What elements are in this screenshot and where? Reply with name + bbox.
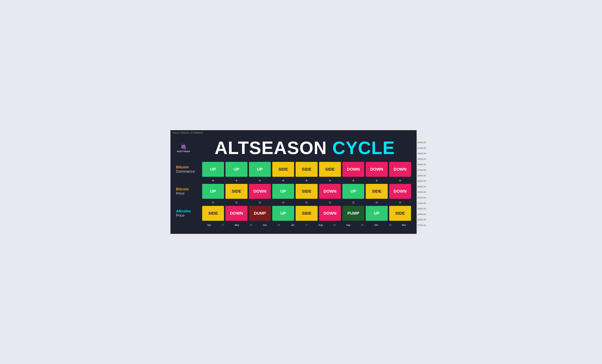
ap-label-sub: Price bbox=[176, 213, 198, 218]
bp-label-sub: Price bbox=[176, 191, 198, 196]
price-label: 29000.00 bbox=[417, 213, 426, 215]
cell-up: UP bbox=[272, 206, 294, 221]
x-axis-label: 15 bbox=[327, 224, 342, 226]
price-label: 33000.00 bbox=[417, 191, 426, 193]
operator-symbol: = bbox=[342, 200, 364, 205]
operator-symbol: + bbox=[272, 178, 294, 183]
operator-symbol: = bbox=[389, 200, 411, 205]
ap-label-main: Altcoins bbox=[176, 209, 198, 213]
operator-symbol: + bbox=[202, 178, 224, 183]
title-cycle: CYCLE bbox=[332, 138, 395, 158]
x-axis-label: 15 bbox=[244, 224, 258, 226]
x-axis-label: May bbox=[230, 224, 244, 226]
price-label: 38000.00 bbox=[417, 163, 426, 166]
cell-side: SIDE bbox=[296, 162, 317, 177]
bitcoin-price-row: Bitcoin Price UPSIDEDOWNUPSIDEDOWNUPSIDE… bbox=[176, 184, 411, 199]
x-axis-label: Nov bbox=[397, 224, 411, 226]
x-axis-label: Jun bbox=[258, 224, 272, 226]
cell-side: SIDE bbox=[389, 206, 411, 221]
operator-symbol: = bbox=[296, 200, 317, 205]
header-section: 🍇 VESTINDA ALTSEASON CYCLE bbox=[172, 136, 415, 162]
title-altseason: ALTSEASON bbox=[215, 138, 327, 158]
price-label: 30000.00 bbox=[417, 208, 426, 210]
bd-label-sub: Dominance bbox=[176, 169, 198, 174]
price-label: 37000.00 bbox=[417, 169, 426, 171]
bp-label-main: Bitcoin bbox=[176, 187, 198, 191]
ap-cells: SIDEDOWNDUMPUPSIDEDOWNPUMPUPSIDE bbox=[202, 206, 411, 221]
cell-up: UP bbox=[366, 206, 387, 221]
operator-symbol: = bbox=[319, 200, 341, 205]
grid-section: Bitcoin Dominance UPUPUPSIDESIDESIDEDOWN… bbox=[172, 162, 415, 221]
cell-side: SIDE bbox=[296, 206, 317, 221]
x-axis-label: Aug bbox=[313, 224, 327, 226]
price-label: 36000.00 bbox=[417, 174, 426, 177]
x-axis-label: Jul bbox=[286, 224, 300, 226]
cell-side: SIDE bbox=[319, 162, 341, 177]
price-label: 27000.00 bbox=[417, 224, 426, 226]
operator-symbol: + bbox=[226, 178, 247, 183]
logo-icon: 🍇 bbox=[180, 143, 187, 150]
price-label: 41000.00 bbox=[417, 147, 426, 149]
price-label: 34000.00 bbox=[417, 186, 426, 188]
operator-symbol: + bbox=[296, 178, 317, 183]
cell-pump: PUMP bbox=[342, 206, 364, 221]
bp-cells: UPSIDEDOWNUPSIDEDOWNUPSIDEDOWN bbox=[202, 184, 411, 199]
price-label: 40000.00 bbox=[417, 152, 426, 155]
cell-side: SIDE bbox=[202, 206, 224, 221]
cell-side: SIDE bbox=[296, 184, 317, 199]
x-axis-label: 15 bbox=[355, 224, 369, 226]
chart-title-bar: Bitcoin / TetherUS, 1D, BINANCE bbox=[173, 132, 203, 134]
operator-symbol: + bbox=[389, 178, 411, 183]
operator-symbol: = bbox=[226, 200, 247, 205]
cell-down: DOWN bbox=[226, 206, 247, 221]
cell-up: UP bbox=[226, 162, 247, 177]
bd-cells: UPUPUPSIDESIDESIDEDOWNDOWNDOWN bbox=[202, 162, 411, 177]
x-axis-label: 16 bbox=[383, 224, 397, 226]
cell-dump: DUMP bbox=[249, 206, 271, 221]
cell-up: UP bbox=[202, 184, 224, 199]
logo-text: VESTINDA bbox=[177, 150, 190, 152]
main-title: ALTSEASON CYCLE bbox=[198, 138, 411, 158]
x-axis-label: Oct bbox=[369, 224, 383, 226]
cell-down: DOWN bbox=[342, 162, 364, 177]
altcoins-price-label: Altcoins Price bbox=[176, 209, 202, 218]
altcoins-price-row: Altcoins Price SIDEDOWNDUMPUPSIDEDOWNPUM… bbox=[176, 206, 411, 221]
operator-symbol: = bbox=[272, 200, 294, 205]
bitcoin-dominance-row: Bitcoin Dominance UPUPUPSIDESIDESIDEDOWN… bbox=[176, 162, 411, 177]
price-label: 35000.00 bbox=[417, 180, 426, 182]
x-axis-label: 15 bbox=[272, 224, 286, 226]
price-label: 28000.00 bbox=[417, 219, 426, 221]
x-axis-label: Sep bbox=[342, 224, 355, 226]
operator-symbol: + bbox=[319, 178, 341, 183]
cell-down: DOWN bbox=[319, 184, 341, 199]
cell-side: SIDE bbox=[366, 184, 387, 199]
operator-symbol: + bbox=[342, 178, 364, 183]
operator-symbol: = bbox=[202, 200, 224, 205]
logo-section: 🍇 VESTINDA bbox=[176, 143, 191, 152]
price-label: 42000.00 bbox=[417, 141, 426, 144]
price-label: 31000.00 bbox=[417, 202, 426, 204]
bd-label-main: Bitcoin bbox=[176, 165, 198, 169]
operator-symbol: = bbox=[366, 200, 387, 205]
x-axis-label: 17 bbox=[300, 224, 314, 226]
price-label: 39000.00 bbox=[417, 158, 426, 160]
cell-down: DOWN bbox=[249, 184, 271, 199]
cell-up: UP bbox=[342, 184, 364, 199]
cell-down: DOWN bbox=[319, 206, 341, 221]
equals-operators: ========= bbox=[202, 200, 411, 205]
x-axis-label: Apr bbox=[202, 224, 216, 226]
operators-row-1: +++++++++ bbox=[176, 178, 411, 183]
operator-symbol: + bbox=[249, 178, 271, 183]
x-axis-label: 17 bbox=[216, 224, 230, 226]
cell-side: SIDE bbox=[226, 184, 247, 199]
main-chart: Bitcoin / TetherUS, 1D, BINANCE 🍇 VESTIN… bbox=[171, 130, 417, 234]
cell-up: UP bbox=[272, 184, 294, 199]
bitcoin-price-label: Bitcoin Price bbox=[176, 187, 202, 196]
cell-up: UP bbox=[249, 162, 271, 177]
operator-symbol: + bbox=[366, 178, 387, 183]
x-axis: Apr17May15Jun15Jul17Aug15Sep15Oct16Nov bbox=[172, 222, 415, 226]
cell-down: DOWN bbox=[389, 184, 411, 199]
cell-up: UP bbox=[202, 162, 224, 177]
price-axis: 42000.0041000.0040000.0039000.0038000.00… bbox=[417, 130, 431, 234]
cell-down: DOWN bbox=[366, 162, 387, 177]
